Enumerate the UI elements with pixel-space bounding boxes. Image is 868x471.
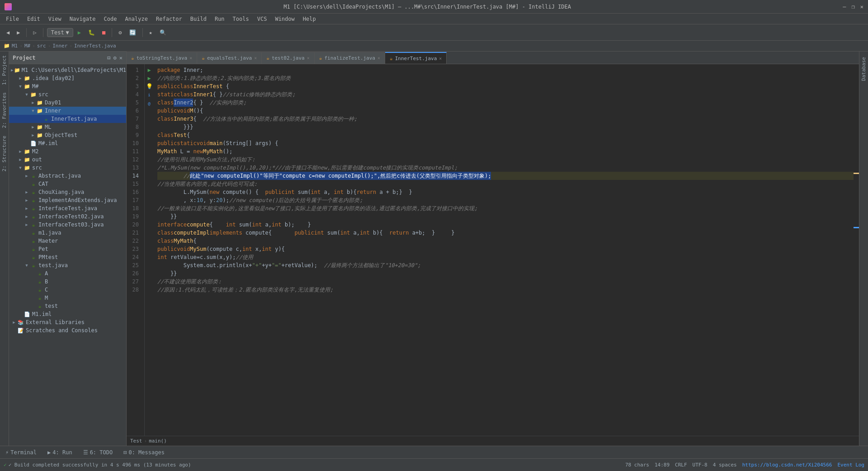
tree-item-30[interactable]: 📄M1.iml xyxy=(9,310,126,318)
tree-item-26[interactable]: ☕B xyxy=(9,278,126,286)
tree-item-8[interactable]: ▶📁ObjectTest xyxy=(9,131,126,139)
tree-item-15[interactable]: ▶☕ChouXiang.java xyxy=(9,188,126,196)
menu-item-tools[interactable]: Tools xyxy=(229,15,253,23)
debug-button[interactable]: 🐛 xyxy=(85,28,98,38)
bottom-tab-1[interactable]: ▶4: Run xyxy=(46,448,74,457)
tab-close-3[interactable]: × xyxy=(377,56,380,61)
bottom-tab-3[interactable]: ⊡0: Messages xyxy=(122,448,166,457)
breadcrumb-m2[interactable]: M# xyxy=(24,43,30,49)
tree-item-18[interactable]: ▶☕InterfaceTest02.java xyxy=(9,212,126,221)
tab-close-4[interactable]: × xyxy=(439,56,442,61)
maximize-button[interactable]: ❐ xyxy=(852,4,855,10)
tree-item-27[interactable]: ☕C xyxy=(9,286,126,294)
menu-item-navigate[interactable]: Navigate xyxy=(66,15,99,23)
minimize-button[interactable]: – xyxy=(843,4,846,10)
event-log[interactable]: Event Log xyxy=(837,462,864,468)
breadcrumb-m1[interactable]: M1 xyxy=(12,43,18,49)
tree-item-16[interactable]: ▶☕ImplementAndExtends.java xyxy=(9,196,126,204)
tree-item-7[interactable]: ▶📁ML xyxy=(9,123,126,131)
collapse-all-button[interactable]: ⊟ xyxy=(107,55,110,61)
editor-scrollbar[interactable] xyxy=(854,64,859,436)
close-button[interactable]: ✕ xyxy=(860,4,863,10)
editor-tab-1[interactable]: ☕equalsTest.java× xyxy=(197,52,262,64)
tree-item-19[interactable]: ▶☕InterfaceTest03.java xyxy=(9,221,126,229)
tree-item-21[interactable]: ☕Maeter xyxy=(9,237,126,245)
project-tab[interactable]: 1: Project xyxy=(0,52,9,89)
tree-item-25[interactable]: ☕A xyxy=(9,269,126,278)
gutter-item-10[interactable]: ▶ xyxy=(145,74,154,82)
sync-button[interactable]: 🔄 xyxy=(127,28,139,38)
line-ending[interactable]: CRLF xyxy=(675,462,687,468)
tree-item-32[interactable]: 📝Scratches and Consoles xyxy=(9,326,126,334)
gutter-item-9[interactable]: ▶ xyxy=(145,66,154,74)
tree-item-4[interactable]: ▶📁Day01 xyxy=(9,99,126,107)
structure-tab[interactable]: 2: Structure xyxy=(0,132,9,175)
tree-item-14[interactable]: ☕CAT xyxy=(9,180,126,188)
tree-item-13[interactable]: ▶☕Abstract.java xyxy=(9,172,126,180)
run-file-button[interactable]: ▷ xyxy=(30,28,39,38)
tree-item-28[interactable]: ☕M xyxy=(9,294,126,302)
tree-item-6[interactable]: ☕InnerTest.java xyxy=(9,115,126,123)
editor-tab-0[interactable]: ☕toStringTest.java× xyxy=(127,52,197,64)
encoding[interactable]: UTF-8 xyxy=(693,462,708,468)
settings-button[interactable]: ⚙ xyxy=(113,55,117,61)
tree-item-5[interactable]: ▼📁Inner xyxy=(9,107,126,115)
editor-breadcrumb-test[interactable]: Test xyxy=(130,438,142,444)
run-config-selector[interactable]: Test ▼ xyxy=(47,28,73,37)
gutter-item-14[interactable]: 💡 xyxy=(145,82,154,90)
tree-item-11[interactable]: ▶📁out xyxy=(9,155,126,164)
menu-item-view[interactable]: View xyxy=(45,15,65,23)
stop-button[interactable]: ■ xyxy=(99,28,108,38)
editor-tab-3[interactable]: ☕finalizeTest.java× xyxy=(315,52,385,64)
database-panel-tab[interactable]: Database xyxy=(860,53,868,85)
gutter-item-21[interactable]: i xyxy=(145,90,154,99)
bookmark-button[interactable]: ★ xyxy=(146,28,155,38)
menu-item-vcs[interactable]: VCS xyxy=(254,15,271,23)
editor-tab-4[interactable]: ☕InnerTest.java× xyxy=(385,52,447,64)
bottom-tab-2[interactable]: ☰6: TODO xyxy=(81,448,115,457)
forward-button[interactable]: ▶ xyxy=(14,28,23,38)
menu-item-file[interactable]: File xyxy=(2,15,23,23)
run-button[interactable]: ▶ xyxy=(75,28,84,38)
code-editor[interactable]: package Inner;//内部类:1.静态内部类;2.实例内部类;3.匿名… xyxy=(154,64,854,436)
menu-item-window[interactable]: Window xyxy=(271,15,298,23)
tree-item-20[interactable]: ☕m1.java xyxy=(9,229,126,237)
menu-item-refactor[interactable]: Refactor xyxy=(152,15,186,23)
search-everywhere-button[interactable]: 🔍 xyxy=(157,28,169,38)
cursor-position[interactable]: 14:89 xyxy=(655,462,670,468)
menu-item-run[interactable]: Run xyxy=(211,15,228,23)
editor-breadcrumb-main[interactable]: main() xyxy=(149,438,167,444)
tab-close-0[interactable]: × xyxy=(189,56,192,61)
tree-item-2[interactable]: ▼📁M# xyxy=(9,82,126,90)
tab-close-1[interactable]: × xyxy=(254,56,257,61)
tree-item-3[interactable]: ▼📁src xyxy=(9,90,126,99)
tree-item-17[interactable]: ▶☕InterfaceTest.java xyxy=(9,204,126,212)
favorites-tab[interactable]: 2: Favorites xyxy=(0,89,9,132)
tree-item-31[interactable]: ▶📚External Libraries xyxy=(9,318,126,326)
breadcrumb-inner[interactable]: Inner xyxy=(52,43,67,49)
tree-item-9[interactable]: 📄M#.iml xyxy=(9,139,126,147)
tree-item-23[interactable]: ☕PMtest xyxy=(9,253,126,261)
csdn-url[interactable]: https://blog.csdn.net/Xi204566 xyxy=(742,462,832,468)
tree-item-12[interactable]: ▼📁src xyxy=(9,164,126,172)
menu-item-code[interactable]: Code xyxy=(100,15,121,23)
breadcrumb-file[interactable]: InnerTest.java xyxy=(74,43,116,49)
editor-tab-2[interactable]: ☕test02.java× xyxy=(262,52,315,64)
tree-item-10[interactable]: ▶📁M2 xyxy=(9,147,126,155)
menu-item-build[interactable]: Build xyxy=(187,15,210,23)
tree-item-22[interactable]: ☕Pet xyxy=(9,245,126,253)
breadcrumb-src[interactable]: src xyxy=(37,43,46,49)
tree-item-1[interactable]: ▶📁.idea [day02] xyxy=(9,74,126,82)
tab-close-2[interactable]: × xyxy=(307,56,310,61)
back-button[interactable]: ◀ xyxy=(4,28,12,38)
menu-item-edit[interactable]: Edit xyxy=(24,15,44,23)
indent-size[interactable]: 4 spaces xyxy=(713,462,737,468)
close-panel-button[interactable]: ✕ xyxy=(119,55,123,61)
build-button[interactable]: ⚙ xyxy=(116,28,124,38)
tree-item-24[interactable]: ▼☕test.java xyxy=(9,261,126,269)
gutter-item-23[interactable]: @ xyxy=(145,99,154,108)
tree-item-29[interactable]: ☕test xyxy=(9,302,126,310)
tree-item-0[interactable]: ▶📁M1 C:\Users\dell\IdeaProjects\M1 xyxy=(9,66,126,74)
menu-item-analyze[interactable]: Analyze xyxy=(121,15,151,23)
bottom-tab-0[interactable]: ⚡Terminal xyxy=(4,448,38,457)
